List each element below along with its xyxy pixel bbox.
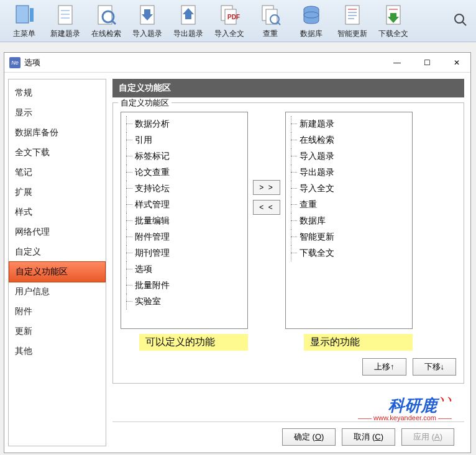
- close-button[interactable]: ✕: [448, 56, 465, 69]
- list-item[interactable]: 新建题录: [288, 116, 410, 132]
- toolbar-new-record[interactable]: 新建题录: [47, 1, 83, 40]
- toolbar-label: 智能更新: [337, 29, 367, 39]
- toolbar-label: 导入题录: [132, 29, 162, 39]
- ribbon-group: 自定义功能区 数据分析 引用 标签标记 论文查重 支持论坛 样式管理 批量编辑 …: [112, 102, 464, 384]
- nav-db-backup[interactable]: 数据库备份: [9, 123, 106, 143]
- toolbar-import-fulltext[interactable]: PDF 导入全文: [211, 1, 247, 40]
- toolbar-label: 在线检索: [91, 29, 121, 39]
- section-header: 自定义功能区: [112, 79, 464, 97]
- list-item[interactable]: 批量编辑: [124, 213, 245, 229]
- list-item[interactable]: 引用: [124, 132, 245, 148]
- new-record-icon: [53, 2, 78, 27]
- dedup-icon: [258, 2, 283, 27]
- import-full-icon: PDF: [217, 2, 242, 27]
- menu-icon: [12, 2, 37, 27]
- nav-user-info[interactable]: 用户信息: [9, 282, 106, 302]
- move-right-button[interactable]: > >: [253, 180, 280, 195]
- svg-text:PDF: PDF: [227, 14, 240, 20]
- toolbar-database[interactable]: 数据库: [293, 1, 329, 40]
- toolbar-label: 下载全文: [378, 29, 408, 39]
- toolbar-label: 新建题录: [50, 29, 80, 39]
- nav-update[interactable]: 更新: [9, 322, 106, 341]
- dialog-title: 选项: [24, 57, 40, 68]
- toolbar-label: 主菜单: [13, 29, 35, 39]
- svg-rect-0: [16, 6, 29, 23]
- list-item[interactable]: 查重: [288, 197, 410, 213]
- toolbar-label: 数据库: [300, 29, 323, 39]
- toolbar-online-search[interactable]: 在线检索: [88, 1, 124, 40]
- cancel-button[interactable]: 取消 (C): [342, 428, 395, 446]
- svg-rect-1: [30, 8, 34, 22]
- nav-proxy[interactable]: 网络代理: [9, 222, 106, 242]
- watermark: 科研鹿ヽヽ —— www.keyandeer.com ——: [112, 395, 452, 421]
- toolbar-search-icon[interactable]: [451, 11, 470, 29]
- list-item[interactable]: 数据库: [288, 213, 410, 229]
- move-up-button[interactable]: 上移↑: [362, 358, 406, 376]
- nav-custom[interactable]: 自定义: [9, 242, 106, 262]
- minimize-button[interactable]: —: [388, 56, 406, 69]
- nav-styles[interactable]: 样式: [9, 202, 106, 222]
- list-item[interactable]: 实验室: [124, 294, 245, 310]
- app-icon: Ne: [9, 57, 21, 68]
- group-label: 自定义功能区: [118, 97, 172, 109]
- list-item[interactable]: 智能更新: [288, 229, 410, 245]
- list-item[interactable]: 附件管理: [124, 229, 245, 245]
- list-item[interactable]: 下载全文: [288, 245, 410, 261]
- apply-button[interactable]: 应用 (A): [401, 428, 454, 446]
- toolbar-label: 查重: [263, 29, 278, 39]
- search-doc-icon: [94, 2, 119, 27]
- toolbar-smart-update[interactable]: 智能更新: [334, 1, 370, 40]
- window-controls: — ☐ ✕: [388, 56, 465, 69]
- list-item[interactable]: 标签标记: [124, 148, 245, 164]
- selected-list[interactable]: 新建题录 在线检索 导入题录 导出题录 导入全文 查重 数据库 智能更新 下载全…: [285, 112, 413, 329]
- toolbar-import-record[interactable]: 导入题录: [129, 1, 165, 40]
- toolbar-main-menu[interactable]: 主菜单: [6, 1, 42, 40]
- ok-button[interactable]: 确定 (O): [282, 428, 336, 446]
- options-panel: 自定义功能区 自定义功能区 数据分析 引用 标签标记 论文查重 支持论坛 样式管…: [106, 73, 470, 453]
- list-item[interactable]: 导入全文: [288, 181, 410, 197]
- svg-line-8: [112, 20, 116, 24]
- move-down-button[interactable]: 下移↓: [413, 358, 457, 376]
- watermark-logo: 科研鹿ヽヽ: [112, 395, 452, 417]
- list-item[interactable]: 批量附件: [124, 277, 245, 294]
- list-item[interactable]: 支持论坛: [124, 181, 245, 197]
- import-icon: [135, 2, 160, 27]
- list-item[interactable]: 样式管理: [124, 197, 245, 213]
- nav-custom-ribbon[interactable]: 自定义功能区: [9, 261, 106, 282]
- download-icon: [381, 2, 406, 27]
- nav-display[interactable]: 显示: [9, 103, 106, 123]
- database-icon: [299, 2, 324, 27]
- list-item[interactable]: 数据分析: [124, 116, 245, 132]
- maximize-button[interactable]: ☐: [418, 56, 436, 69]
- list-item[interactable]: 导出题录: [288, 164, 410, 181]
- svg-point-30: [455, 14, 464, 23]
- nav-attachments[interactable]: 附件: [9, 302, 106, 322]
- nav-other[interactable]: 其他: [9, 341, 106, 361]
- list-item[interactable]: 论文查重: [124, 164, 245, 181]
- list-item[interactable]: 选项: [124, 261, 245, 277]
- update-icon: [340, 2, 365, 27]
- nav-extensions[interactable]: 扩展: [9, 182, 106, 202]
- titlebar: Ne 选项 — ☐ ✕: [4, 53, 470, 73]
- list-item[interactable]: 在线检索: [288, 132, 410, 148]
- svg-line-31: [462, 22, 466, 25]
- available-list[interactable]: 数据分析 引用 标签标记 论文查重 支持论坛 样式管理 批量编辑 附件管理 期刊…: [121, 112, 248, 329]
- toolbar-label: 导出题录: [173, 29, 203, 39]
- options-dialog: Ne 选项 — ☐ ✕ 常规 显示 数据库备份 全文下载 笔记 扩展 样式 网络…: [4, 52, 471, 453]
- list-item[interactable]: 期刊管理: [124, 245, 245, 261]
- export-icon: [176, 2, 201, 27]
- move-left-button[interactable]: < <: [253, 200, 280, 215]
- toolbar-download-fulltext[interactable]: 下载全文: [375, 1, 411, 40]
- list-item[interactable]: 导入题录: [288, 148, 410, 164]
- nav-fulltext-download[interactable]: 全文下载: [9, 143, 106, 163]
- nav-notes[interactable]: 笔记: [9, 163, 106, 182]
- annotation-selected: 显示的功能: [304, 334, 413, 351]
- annotation-available: 可以定义的功能: [139, 334, 248, 351]
- toolbar-label: 导入全文: [214, 29, 244, 39]
- nav-general[interactable]: 常规: [9, 83, 106, 103]
- svg-rect-2: [58, 6, 72, 24]
- options-nav: 常规 显示 数据库备份 全文下载 笔记 扩展 样式 网络代理 自定义 自定义功能…: [8, 79, 106, 446]
- main-toolbar: 主菜单 新建题录 在线检索 导入题录 导出题录 PDF 导入全文 查重 数据库 …: [0, 0, 476, 42]
- toolbar-dedup[interactable]: 查重: [252, 1, 288, 40]
- toolbar-export-record[interactable]: 导出题录: [170, 1, 206, 40]
